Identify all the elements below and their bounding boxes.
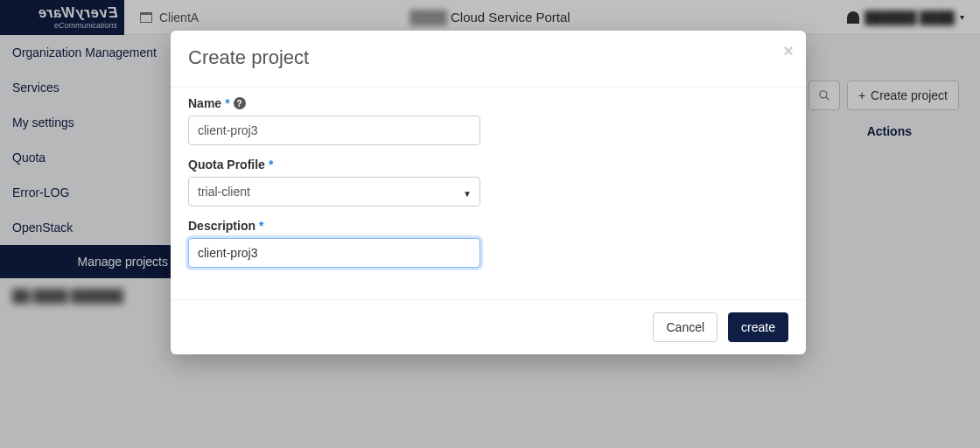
name-label: Name * ? xyxy=(188,96,246,110)
required-indicator: * xyxy=(269,158,273,172)
field-description: Description * xyxy=(188,219,788,268)
required-indicator: * xyxy=(225,96,229,110)
modal-header: Create project × xyxy=(171,31,806,88)
cancel-button[interactable]: Cancel xyxy=(653,312,718,342)
modal-footer: Cancel create xyxy=(171,299,806,354)
quota-label: Quota Profile * xyxy=(188,158,273,172)
field-quota-profile: Quota Profile * ▼ xyxy=(188,158,788,206)
name-input[interactable] xyxy=(188,116,480,145)
close-icon: × xyxy=(783,41,794,60)
help-icon[interactable]: ? xyxy=(234,97,246,109)
create-project-modal: Create project × Name * ? Quota Profile … xyxy=(171,31,806,354)
field-name: Name * ? xyxy=(188,96,788,145)
close-button[interactable]: × xyxy=(783,41,794,61)
required-indicator: * xyxy=(259,219,263,233)
create-button[interactable]: create xyxy=(728,312,788,342)
modal-title: Create project xyxy=(188,46,788,69)
modal-body: Name * ? Quota Profile * ▼ Description * xyxy=(171,88,806,299)
quota-profile-value[interactable] xyxy=(188,177,480,206)
description-input[interactable] xyxy=(188,238,480,268)
chevron-down-icon: ▼ xyxy=(463,189,472,199)
quota-profile-select[interactable]: ▼ xyxy=(188,172,480,206)
description-label: Description * xyxy=(188,219,263,233)
